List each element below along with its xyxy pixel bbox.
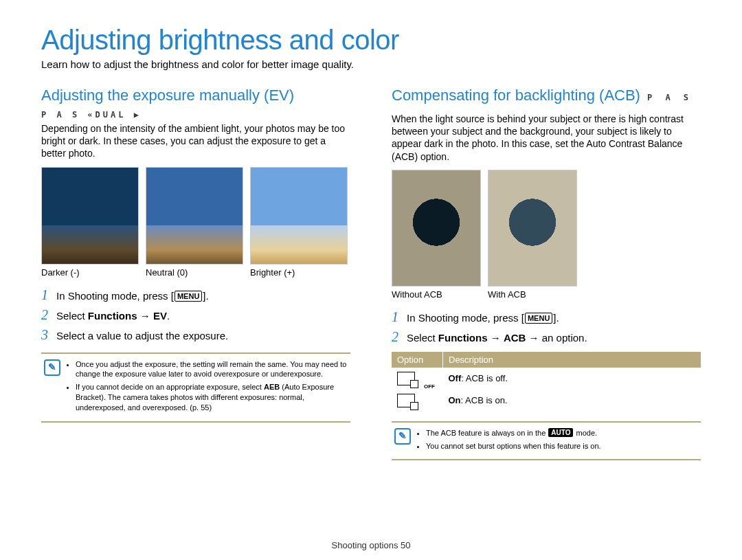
table-header-option: Option (392, 352, 443, 368)
note-icon: ✎ (394, 428, 411, 445)
ev-note2-b: AEB (264, 383, 280, 391)
right-column: Compensating for backlighting (ACB) P A … (392, 87, 701, 460)
acb-note1-b: mode. (574, 429, 597, 437)
ev-steps: 1 In Shooting mode, press [MENU]. 2 Sele… (41, 287, 350, 343)
menu-chip-icon: MENU (175, 291, 202, 302)
thumb-darker-caption: Darker (-) (41, 267, 139, 278)
acb-step2-c: → (488, 332, 504, 344)
acb-heading: Compensating for backlighting (ACB) (392, 87, 640, 104)
menu-chip-icon: MENU (525, 313, 552, 324)
ev-note-box: ✎ Once you adjust the exposure, the sett… (41, 352, 350, 423)
acb-step1-text-a: In Shooting mode, press [ (407, 312, 524, 324)
acb-step2-a: Select (407, 332, 438, 344)
step-number-icon: 1 (41, 287, 56, 303)
thumb-darker-image (41, 167, 139, 265)
ev-step2-b: Functions (88, 310, 137, 322)
ev-heading: Adjusting the exposure manually (EV) (41, 87, 350, 104)
acb-step2-d: ACB (504, 332, 526, 344)
step-number-icon: 3 (41, 327, 56, 343)
thumb-brighter: Brighter (+) (250, 167, 348, 278)
auto-mode-chip-icon: AUTO (548, 428, 573, 438)
ev-step2-e: . (167, 310, 170, 322)
thumb-without-acb-caption: Without ACB (392, 289, 481, 300)
ev-note-1: Once you adjust the exposure, the settin… (76, 359, 348, 380)
ev-step2-a: Select (56, 310, 88, 322)
ev-step1-text-a: In Shooting mode, press [ (56, 290, 174, 302)
manual-page: Adjusting brightness and color Learn how… (0, 0, 742, 560)
table-header-description: Description (443, 352, 701, 368)
footer-page-number: 50 (401, 540, 410, 550)
page-title: Adjusting brightness and color (41, 25, 701, 56)
acb-thumbnails: Without ACB With ACB (392, 170, 701, 300)
acb-on-icon (397, 394, 415, 407)
table-row: On: ACB is on. (392, 390, 701, 412)
acb-note-1: The ACB feature is always on in the AUTO… (426, 428, 601, 438)
ev-thumbnails: Darker (-) Neutral (0) Brighter (+) (41, 167, 350, 278)
ev-note2-a: If you cannot decide on an appropriate e… (76, 383, 264, 391)
thumb-neutral-image (146, 167, 243, 265)
acb-off-icon: OFF (397, 372, 415, 385)
note-icon: ✎ (44, 359, 60, 376)
acb-steps: 1 In Shooting mode, press [MENU]. 2 Sele… (392, 309, 701, 345)
thumb-darker: Darker (-) (41, 167, 139, 278)
step-number-icon: 1 (392, 309, 407, 325)
acb-note1-a: The ACB feature is always on in the (426, 429, 548, 437)
thumb-brighter-caption: Brighter (+) (250, 267, 348, 278)
thumb-without-acb-image (392, 170, 481, 287)
acb-intro: When the light source is behind your sub… (392, 113, 701, 163)
ev-step2-c: → (137, 310, 153, 322)
acb-step2-e: → an option. (526, 332, 587, 344)
acb-step-1: 1 In Shooting mode, press [MENU]. (392, 309, 701, 325)
acb-on-desc: : ACB is on. (461, 395, 508, 405)
acb-off-label: Off (449, 373, 462, 383)
two-column-layout: Adjusting the exposure manually (EV) P A… (41, 87, 701, 460)
thumb-with-acb-image (488, 170, 577, 287)
thumb-with-acb: With ACB (488, 170, 577, 300)
page-footer: Shooting options 50 (0, 540, 742, 550)
acb-note-2: You cannot set burst options when this f… (426, 441, 601, 451)
table-row: OFF Off: ACB is off. (392, 368, 701, 390)
ev-note-list: Once you adjust the exposure, the settin… (66, 359, 348, 416)
step-number-icon: 2 (41, 307, 56, 323)
left-column: Adjusting the exposure manually (EV) P A… (41, 87, 350, 460)
ev-step1-text-b: ]. (203, 290, 208, 302)
thumb-neutral: Neutral (0) (146, 167, 243, 278)
ev-step3-text: Select a value to adjust the exposure. (56, 330, 228, 341)
thumb-without-acb: Without ACB (392, 170, 481, 300)
acb-option-table: Option Description OFF Off: ACB is off. … (392, 352, 701, 412)
ev-note-2: If you cannot decide on an appropriate e… (76, 382, 348, 413)
thumb-with-acb-caption: With ACB (488, 289, 577, 300)
acb-on-label: On (449, 395, 461, 405)
ev-intro: Depending on the intensity of the ambien… (41, 122, 350, 160)
thumb-brighter-image (250, 167, 348, 265)
acb-off-desc: : ACB is off. (461, 373, 508, 383)
acb-step2-b: Functions (438, 332, 488, 344)
ev-step-2: 2 Select Functions → EV. (41, 307, 350, 323)
ev-mode-badges: P A S «DUAL ▶ (41, 110, 350, 120)
acb-mode-badges: P A S (647, 93, 693, 102)
acb-note-list: The ACB feature is always on in the AUTO… (416, 428, 601, 454)
ev-step-1: 1 In Shooting mode, press [MENU]. (41, 287, 350, 303)
footer-section: Shooting options (332, 540, 401, 550)
thumb-neutral-caption: Neutral (0) (146, 267, 243, 278)
ev-step-3: 3 Select a value to adjust the exposure. (41, 327, 350, 343)
step-number-icon: 2 (392, 329, 407, 345)
acb-step-2: 2 Select Functions → ACB → an option. (392, 329, 701, 345)
ev-step2-d: EV (153, 310, 167, 322)
acb-step1-text-b: ]. (553, 312, 559, 324)
acb-note-box: ✎ The ACB feature is always on in the AU… (392, 421, 701, 461)
page-subtitle: Learn how to adjust the brightness and c… (41, 58, 701, 70)
